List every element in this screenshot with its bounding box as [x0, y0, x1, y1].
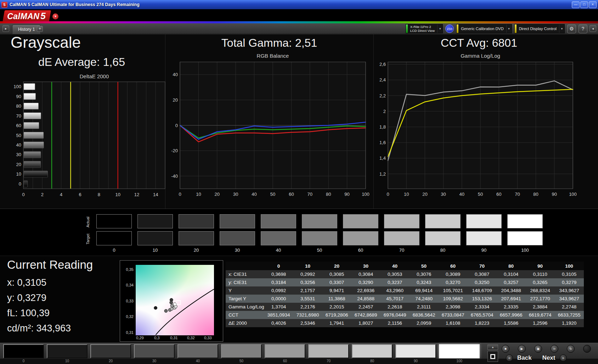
refresh-button refresh-icon[interactable]: ↻ [567, 345, 575, 353]
table-column-header: 90 [526, 262, 555, 270]
svg-text:0: 0 [175, 123, 178, 128]
toolbar: ▸ History 1 + X-Rite i1Pro 2 LCD Direct … [0, 23, 598, 34]
level-patch-0[interactable] [3, 344, 44, 358]
table-cell: 0,0992 [264, 286, 293, 295]
svg-text:60: 60 [16, 123, 21, 128]
charts-region: Grayscale dE Average: 1,65 Total Gamma: … [0, 34, 598, 209]
level-patch-10[interactable] [47, 344, 88, 358]
table-column-header: 20 [322, 262, 351, 270]
table-cell: 207,6941 [497, 295, 526, 303]
close-button[interactable]: × [589, 1, 597, 8]
svg-text:40: 40 [16, 142, 21, 148]
panel-expand-left-button[interactable]: ▸ [2, 25, 9, 32]
swatch-level-label: 50 [302, 248, 337, 253]
level-patch-100[interactable] [439, 344, 480, 358]
device-selectors: X-Rite i1Pro 2 LCD Direct View ▾ 233 Gen… [406, 24, 587, 33]
table-cell: 2,3098 [439, 303, 468, 311]
svg-text:70: 70 [515, 192, 520, 197]
svg-text:100: 100 [569, 192, 577, 197]
back-button[interactable]: Back [517, 354, 532, 362]
maximize-button[interactable]: □ [580, 1, 588, 8]
level-patch-50[interactable] [221, 344, 262, 358]
actual-swatch [425, 214, 461, 228]
table-column-header: 50 [410, 262, 439, 270]
pattern-button pattern-icon[interactable]: ▣ [534, 345, 542, 353]
level-patch-40[interactable] [177, 344, 218, 358]
svg-text:0,3: 0,3 [154, 336, 159, 340]
minimize-button[interactable]: — [572, 1, 580, 8]
svg-text:60: 60 [289, 192, 294, 197]
transport-controls: ■▶▣∞↻ [502, 345, 591, 353]
svg-text:50: 50 [16, 133, 21, 138]
settings-button gear-icon[interactable]: ⚙ [567, 24, 576, 33]
swatch-level-label: 90 [466, 248, 502, 253]
source-selector[interactable]: Generic Calibration DVD ▾ [456, 24, 512, 33]
svg-text:4: 4 [60, 192, 62, 197]
level-patch-70[interactable] [308, 344, 349, 358]
grayscale-title: Grayscale [11, 34, 81, 51]
svg-text:70: 70 [308, 192, 312, 197]
add-tab-button[interactable]: + [37, 26, 43, 32]
current-reading-title: Current Reading [7, 258, 93, 272]
svg-text:0,29: 0,29 [136, 336, 143, 340]
level-patch-30[interactable] [134, 344, 175, 358]
loop-button loop-icon[interactable]: ∞ [551, 345, 558, 353]
help-button[interactable]: ? [579, 24, 587, 33]
table-column-header: 60 [439, 262, 468, 270]
table-cell: 0,3270 [439, 278, 468, 286]
pattern-up-button[interactable]: ▴ [487, 345, 498, 350]
table-cell: 0,4026 [264, 319, 293, 327]
logo-plate: CalMAN5 [2, 10, 51, 23]
reading-cd: cd/m²: 343,963 [7, 323, 71, 334]
chevron-down-icon[interactable]: ▾ [559, 24, 564, 33]
target-swatch [507, 231, 543, 245]
table-cell: 45,7017 [380, 295, 410, 303]
level-patch-80[interactable] [352, 344, 393, 358]
target-row-label: Target [86, 231, 90, 247]
table-cell: 0,3256 [293, 278, 322, 286]
table-cell: 0,0000 [264, 295, 293, 303]
level-patch-90[interactable] [395, 344, 436, 358]
table-cell: 2,3334 [468, 303, 497, 311]
svg-text:2,4: 2,4 [379, 77, 386, 83]
actual-swatch [179, 214, 214, 228]
stop-button stop-icon[interactable]: ■ [502, 345, 509, 353]
table-cell: 0,3250 [468, 278, 497, 286]
target-swatch [261, 231, 296, 245]
chevron-down-icon[interactable]: ▾ [437, 24, 442, 33]
level-patch-20[interactable] [90, 344, 131, 358]
patch-level-label: 0 [3, 359, 44, 363]
calman-window: 5 CalMAN 5 CalMAN Ultimate for Business … [0, 0, 598, 364]
swatch-level-label: 0 [96, 248, 132, 253]
play-button play-icon[interactable]: ▶ [518, 345, 526, 353]
back-arrow-icon[interactable]: « [506, 354, 513, 362]
table-cell: 6719,2806 [322, 311, 351, 319]
svg-text:2,6: 2,6 [379, 62, 386, 67]
next-arrow-icon[interactable]: » [560, 354, 567, 362]
table-cell: 1,7941 [322, 319, 351, 327]
table-cell: 343,9627 [555, 286, 584, 295]
table-row: Y0,09922,17579,947122,693643,296069,9414… [226, 286, 584, 295]
source-name: Generic Calibration DVD [458, 24, 506, 33]
svg-text:40: 40 [459, 192, 464, 197]
target-swatch [384, 231, 419, 245]
table-row-label: ΔE 2000 [226, 319, 264, 327]
table-cell: 343,9627 [555, 295, 584, 303]
chevron-down-icon[interactable]: ▾ [506, 24, 512, 33]
table-row: x: CIE310,36980,29920,30850,30840,30530,… [226, 270, 584, 278]
level-patch-60[interactable] [265, 344, 305, 358]
meter-selector[interactable]: X-Rite i1Pro 2 LCD Direct View ▾ [406, 24, 443, 33]
target-swatch-row [96, 231, 543, 245]
display-control-selector[interactable]: Direct Display Control ▾ [514, 24, 565, 33]
target-swatch [425, 231, 461, 245]
pattern-window-button[interactable] [487, 351, 498, 362]
next-button[interactable]: Next [542, 354, 555, 362]
table-cell: 2,3111 [410, 303, 439, 311]
table-cell: 0,3290 [351, 278, 380, 286]
panel-expand-right-button[interactable]: ◂ [589, 25, 596, 32]
logo-dropdown-button[interactable]: ▾ [52, 13, 58, 19]
actual-swatch [220, 214, 255, 228]
svg-text:0,33: 0,33 [126, 299, 134, 303]
table-cell: 268,8324 [526, 286, 555, 295]
table-cell: 0,3053 [380, 270, 410, 278]
